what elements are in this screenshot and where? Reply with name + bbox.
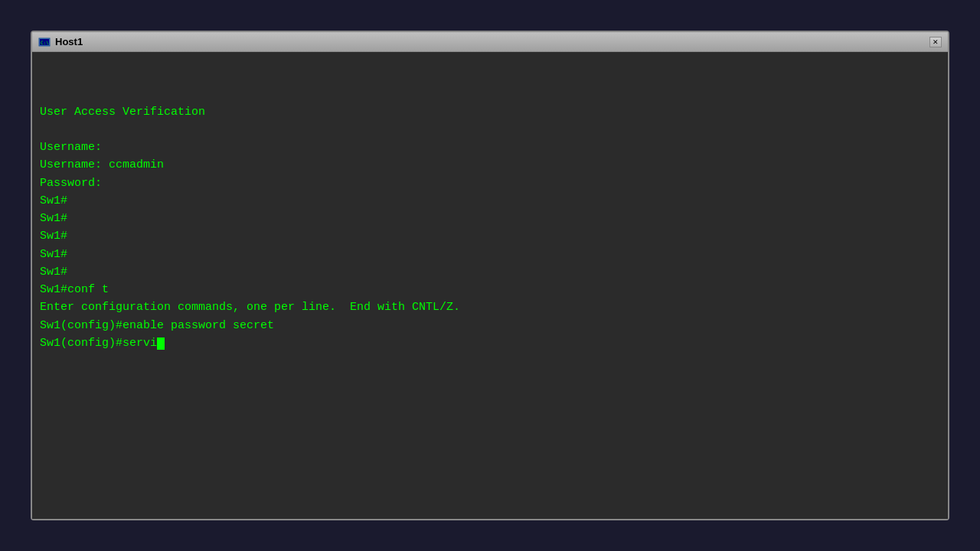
terminal-body[interactable]: User Access Verification Username: Usern…	[32, 52, 948, 519]
window-icon: C:\	[38, 36, 51, 48]
terminal-line-sw1-4: Sw1#	[40, 248, 67, 261]
terminal-line-sw1-3: Sw1#	[40, 230, 67, 243]
terminal-line-config-msg: Enter configuration commands, one per li…	[40, 301, 460, 314]
terminal-line-username-prompt: Username:	[40, 141, 102, 154]
terminal-line-sw1-2: Sw1#	[40, 212, 67, 225]
svg-text:C:\: C:\	[41, 40, 49, 45]
terminal-output: User Access Verification Username: Usern…	[40, 67, 940, 352]
terminal-line-conf-t: Sw1#conf t	[40, 283, 109, 296]
terminal-line-username-value: Username: ccmadmin	[40, 158, 164, 171]
terminal-line-enable: Sw1(config)#enable password secret	[40, 319, 274, 332]
terminal-line-sw1-5: Sw1#	[40, 266, 67, 279]
terminal-line-sw1-1: Sw1#	[40, 194, 67, 207]
title-bar: C:\ Host1 ✕	[32, 32, 948, 52]
terminal-line-header: User Access Verification	[40, 106, 205, 119]
terminal-window: C:\ Host1 ✕ User Access Verification Use…	[31, 31, 949, 520]
window-controls: ✕	[929, 37, 942, 47]
terminal-cursor	[157, 337, 165, 350]
window-title: Host1	[55, 36, 83, 47]
terminal-line-servi: Sw1(config)#servi	[40, 337, 165, 350]
terminal-line-password: Password:	[40, 177, 102, 190]
close-button[interactable]: ✕	[929, 37, 942, 47]
